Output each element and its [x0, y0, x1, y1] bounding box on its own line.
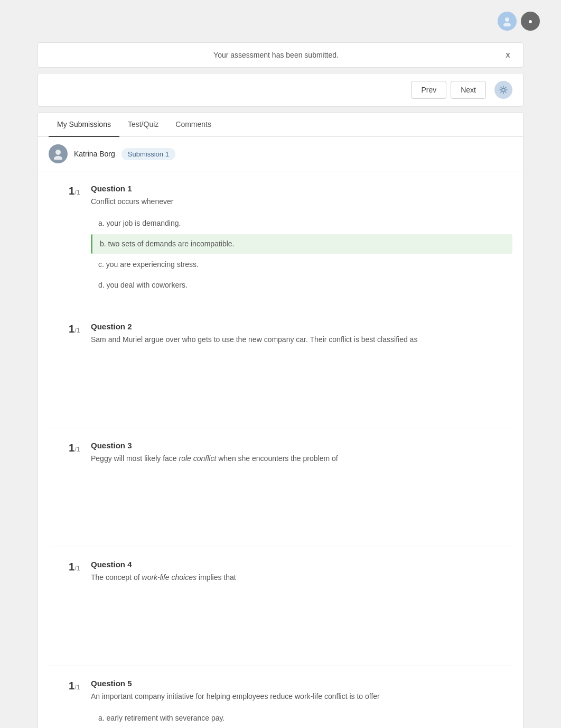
- question-5-title: Question 5: [91, 679, 512, 688]
- tab-my-submissions[interactable]: My Submissions: [49, 113, 119, 137]
- notification-message: Your assessment has been submitted.: [49, 51, 503, 59]
- answer-1c: c. you are experiencing stress.: [91, 255, 512, 274]
- close-notification-button[interactable]: x: [503, 50, 512, 60]
- question-row: 1/1 Question 5 An important company init…: [49, 666, 512, 728]
- top-bar: ●: [0, 0, 561, 42]
- answer-1d: d. you deal with coworkers.: [91, 275, 512, 295]
- question-2-text: Sam and Muriel argue over who gets to us…: [91, 334, 512, 345]
- answer-1b: b. two sets of demands are incompatible.: [91, 234, 512, 254]
- question-1-content: Question 1 Conflict occurs whenever a. y…: [91, 184, 512, 296]
- nav-bar: Prev Next: [38, 73, 523, 107]
- tabs: My Submissions Test/Quiz Comments: [38, 113, 523, 137]
- avatar-group: ●: [498, 12, 540, 31]
- question-2-content: Question 2 Sam and Muriel argue over who…: [91, 322, 512, 415]
- next-button[interactable]: Next: [451, 81, 486, 99]
- question-4-text: The concept of work-life choices implies…: [91, 572, 512, 583]
- question-4-title: Question 4: [91, 560, 512, 569]
- question-2-answers: [91, 352, 512, 415]
- question-3-answers: [91, 471, 512, 534]
- question-2-title: Question 2: [91, 322, 512, 331]
- question-1-text: Conflict occurs whenever: [91, 196, 512, 207]
- question-5-content: Question 5 An important company initiati…: [91, 679, 512, 728]
- settings-icon[interactable]: [494, 81, 512, 99]
- question-row: 1/1 Question 4 The concept of work-life …: [49, 547, 512, 666]
- svg-point-0: [505, 17, 509, 22]
- user-name: Katrina Borg: [74, 150, 115, 158]
- svg-point-4: [54, 156, 62, 160]
- question-1-title: Question 1: [91, 184, 512, 193]
- question-4-answers: [91, 589, 512, 653]
- question-row: 1/1 Question 3 Peggy will most likely fa…: [49, 428, 512, 547]
- tab-test-quiz[interactable]: Test/Quiz: [119, 113, 167, 137]
- main-container: Your assessment has been submitted. x Pr…: [27, 42, 534, 728]
- answer-5a: a. early retirement with severance pay.: [91, 708, 512, 728]
- submission-label: Submission 1: [121, 148, 175, 160]
- submission-header: Katrina Borg Submission 1: [38, 137, 523, 171]
- prev-button[interactable]: Prev: [411, 81, 446, 99]
- avatar-secondary: ●: [521, 12, 540, 31]
- question-3-text: Peggy will most likely face role conflic…: [91, 453, 512, 464]
- notification-bar: Your assessment has been submitted. x: [38, 42, 523, 68]
- question-row: 1/1 Question 1 Conflict occurs whenever …: [49, 171, 512, 309]
- question-3-title: Question 3: [91, 441, 512, 450]
- question-2-score: 1/1: [49, 322, 80, 335]
- answer-1a: a. your job is demanding.: [91, 214, 512, 233]
- question-4-score: 1/1: [49, 560, 80, 573]
- question-1-score: 1/1: [49, 184, 80, 197]
- content-card: My Submissions Test/Quiz Comments Katrin…: [38, 112, 523, 728]
- questions-list: 1/1 Question 1 Conflict occurs whenever …: [38, 171, 523, 728]
- svg-point-1: [503, 23, 511, 26]
- user-avatar: [49, 144, 68, 163]
- avatar-user: [498, 12, 517, 31]
- question-5-text: An important company initiative for help…: [91, 691, 512, 702]
- question-4-content: Question 4 The concept of work-life choi…: [91, 560, 512, 653]
- question-3-content: Question 3 Peggy will most likely face r…: [91, 441, 512, 534]
- question-3-score: 1/1: [49, 441, 80, 454]
- svg-point-2: [502, 88, 505, 91]
- question-5-score: 1/1: [49, 679, 80, 692]
- svg-point-3: [55, 150, 61, 155]
- question-row: 1/1 Question 2 Sam and Muriel argue over…: [49, 309, 512, 428]
- tab-comments[interactable]: Comments: [167, 113, 220, 137]
